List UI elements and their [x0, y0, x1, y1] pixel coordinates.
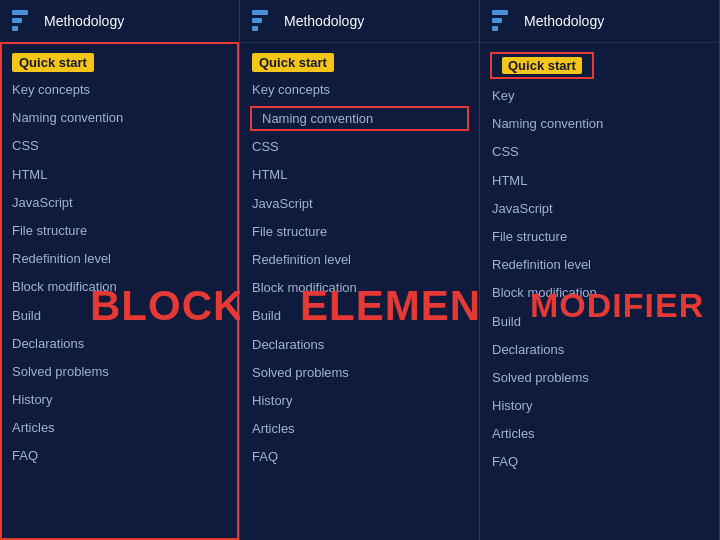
nav-item-blockmod-2[interactable]: Block modification	[240, 274, 479, 302]
panel-title-1: Methodology	[44, 13, 124, 29]
nav-item-quick-start-1[interactable]: Quick start	[0, 49, 239, 76]
active-label-2: Quick start	[252, 53, 334, 72]
logo-icon-1	[12, 10, 36, 32]
nav-item-blockmod-3[interactable]: Block modification	[480, 279, 719, 307]
nav-list-1: Quick start Key concepts Naming conventi…	[0, 43, 239, 540]
nav-item-build-1[interactable]: Build	[0, 302, 239, 330]
nav-item-faq-3[interactable]: FAQ	[480, 448, 719, 476]
logo-bar-4	[252, 10, 268, 15]
nav-item-js-1[interactable]: JavaScript	[0, 189, 239, 217]
nav-item-articles-1[interactable]: Articles	[0, 414, 239, 442]
panel-title-2: Methodology	[284, 13, 364, 29]
nav-item-build-3[interactable]: Build	[480, 308, 719, 336]
nav-item-blockmod-1[interactable]: Block modification	[0, 273, 239, 301]
logo-bar-1	[12, 10, 28, 15]
nav-item-css-2[interactable]: CSS	[240, 133, 479, 161]
active-label-1: Quick start	[12, 53, 94, 72]
nav-item-redef-1[interactable]: Redefinition level	[0, 245, 239, 273]
nav-item-articles-3[interactable]: Articles	[480, 420, 719, 448]
logo-bar-6	[252, 26, 258, 31]
logo-bar-3	[12, 26, 18, 31]
nav-item-faq-1[interactable]: FAQ	[0, 442, 239, 470]
panel-block: Methodology Quick start Key concepts Nam…	[0, 0, 240, 540]
nav-item-key-concepts-2[interactable]: Key concepts	[240, 76, 479, 104]
nav-item-build-2[interactable]: Build	[240, 302, 479, 330]
nav-item-redef-2[interactable]: Redefinition level	[240, 246, 479, 274]
nav-item-file-1[interactable]: File structure	[0, 217, 239, 245]
logo-bar-2	[12, 18, 22, 23]
nav-item-html-2[interactable]: HTML	[240, 161, 479, 189]
nav-item-faq-2[interactable]: FAQ	[240, 443, 479, 471]
nav-item-naming-1[interactable]: Naming convention	[0, 104, 239, 132]
nav-item-history-2[interactable]: History	[240, 387, 479, 415]
panel-title-3: Methodology	[524, 13, 604, 29]
nav-item-js-3[interactable]: JavaScript	[480, 195, 719, 223]
nav-item-solved-3[interactable]: Solved problems	[480, 364, 719, 392]
active-label-3: Quick start	[502, 57, 582, 74]
nav-item-solved-1[interactable]: Solved problems	[0, 358, 239, 386]
nav-item-naming-3[interactable]: Naming convention	[480, 110, 719, 138]
logo-bar-9	[492, 26, 498, 31]
nav-item-articles-2[interactable]: Articles	[240, 415, 479, 443]
nav-list-2: Quick start Key concepts Naming conventi…	[240, 43, 479, 540]
nav-item-history-1[interactable]: History	[0, 386, 239, 414]
nav-item-decl-2[interactable]: Declarations	[240, 331, 479, 359]
panel-modifier: Methodology Quick start Key Naming conve…	[480, 0, 720, 540]
panel-element: Methodology Quick start Key concepts Nam…	[240, 0, 480, 540]
nav-item-html-1[interactable]: HTML	[0, 161, 239, 189]
panel-header-1: Methodology	[0, 0, 239, 43]
logo-bar-5	[252, 18, 262, 23]
nav-item-decl-3[interactable]: Declarations	[480, 336, 719, 364]
nav-item-js-2[interactable]: JavaScript	[240, 190, 479, 218]
nav-list-3: Quick start Key Naming convention CSS HT…	[480, 43, 719, 540]
logo-icon-2	[252, 10, 276, 32]
panel-header-3: Methodology	[480, 0, 719, 43]
nav-item-history-3[interactable]: History	[480, 392, 719, 420]
nav-item-html-3[interactable]: HTML	[480, 167, 719, 195]
nav-item-naming-highlighted-2[interactable]: Naming convention	[250, 106, 469, 131]
nav-item-solved-2[interactable]: Solved problems	[240, 359, 479, 387]
nav-item-key-concepts-1[interactable]: Key concepts	[0, 76, 239, 104]
nav-item-decl-1[interactable]: Declarations	[0, 330, 239, 358]
logo-bar-7	[492, 10, 508, 15]
nav-item-key-3[interactable]: Key	[480, 82, 719, 110]
panel-header-2: Methodology	[240, 0, 479, 43]
nav-item-css-3[interactable]: CSS	[480, 138, 719, 166]
logo-bar-8	[492, 18, 502, 23]
nav-item-quick-start-2[interactable]: Quick start	[240, 49, 479, 76]
nav-item-quick-start-highlighted-3[interactable]: Quick start	[490, 52, 594, 79]
logo-icon-3	[492, 10, 516, 32]
nav-item-redef-3[interactable]: Redefinition level	[480, 251, 719, 279]
nav-item-file-2[interactable]: File structure	[240, 218, 479, 246]
nav-item-file-3[interactable]: File structure	[480, 223, 719, 251]
nav-item-css-1[interactable]: CSS	[0, 132, 239, 160]
